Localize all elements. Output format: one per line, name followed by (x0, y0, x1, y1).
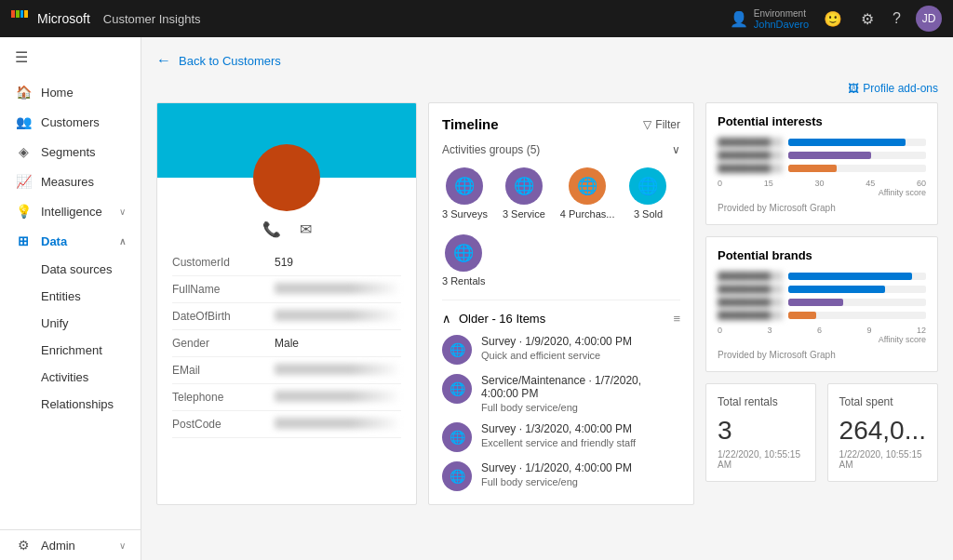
sidebar-item-intelligence[interactable]: 💡 Intelligence ∨ (0, 196, 141, 226)
sidebar-label-home: Home (41, 86, 74, 100)
surveys-icon: 🌐 (446, 167, 483, 205)
activity-surveys[interactable]: 🌐 3 Surveys (442, 167, 488, 220)
total-spent-card: Total spent 264,0... 1/22/2020, 10:55:15… (827, 383, 938, 482)
help-icon[interactable]: ? (889, 7, 905, 31)
postcode-value (275, 418, 401, 429)
sidebar-item-entities[interactable]: Entities (41, 283, 141, 310)
interests-provided-by: Provided by Microsoft Graph (718, 203, 926, 213)
field-telephone: Telephone (172, 384, 401, 411)
interest-bar-track-0 (788, 139, 926, 146)
brand-bar-2: ████████ (718, 298, 926, 307)
measures-icon: 📈 (15, 174, 32, 189)
app-title: Customer Insights (103, 12, 201, 26)
interests-title: Potential interests (718, 114, 926, 128)
sidebar-item-enrichment[interactable]: Enrichment (41, 337, 141, 364)
settings-icon[interactable]: ⚙ (857, 7, 878, 32)
timeline-header: Timeline ▽ Filter (442, 116, 680, 132)
env-user: JohnDavero (754, 19, 809, 30)
activity-purchases[interactable]: 🌐 4 Purchas... (560, 167, 615, 220)
field-dob: DateOfBirth (172, 303, 401, 330)
admin-icon: ⚙ (15, 538, 32, 553)
filter-label: Filter (655, 118, 680, 131)
surveys-label: 3 Surveys (442, 208, 488, 220)
brand-bar-fill-1 (788, 286, 885, 293)
expand-icon[interactable]: ∨ (672, 143, 680, 156)
main-content: ← Back to Customers 🖼 Profile add-ons 📞 … (141, 37, 953, 560)
tl-title-1: Service/Maintenance · 1/7/2020, 4:00:00 … (481, 374, 680, 400)
tl-content-2: Survey · 1/3/2020, 4:00:00 PM Excellent … (481, 422, 680, 448)
sidebar-bottom: ⚙ Admin ∨ (0, 529, 141, 560)
tl-desc-0: Quick and efficient service (481, 350, 680, 361)
sidebar-item-activities[interactable]: Activities (41, 364, 141, 391)
filter-button[interactable]: ▽ Filter (643, 118, 680, 131)
purchases-icon: 🌐 (569, 167, 606, 205)
telephone-label: Telephone (172, 391, 275, 404)
tl-title-0: Survey · 1/9/2020, 4:00:00 PM (481, 335, 680, 348)
older-collapse-icon[interactable]: ∧ (442, 312, 451, 326)
data-icon: ⊞ (15, 233, 32, 248)
older-menu-icon[interactable]: ≡ (673, 312, 680, 326)
activity-service[interactable]: 🌐 3 Service (503, 167, 545, 220)
tl-icon-0: 🌐 (442, 335, 472, 365)
profile-icon[interactable]: JD (916, 6, 942, 32)
back-navigation[interactable]: ← Back to Customers (156, 52, 938, 69)
metrics-row: Total rentals 3 1/22/2020, 10:55:15 AM T… (705, 383, 938, 482)
brand-bar-1: ████████ (718, 285, 926, 294)
timeline-item-1: 🌐 Service/Maintenance · 1/7/2020, 4:00:0… (442, 374, 680, 413)
filter-icon: ▽ (643, 118, 651, 131)
dob-label: DateOfBirth (172, 310, 275, 323)
admin-chevron-icon: ∨ (119, 540, 126, 551)
tl-content-1: Service/Maintenance · 1/7/2020, 4:00:00 … (481, 374, 680, 413)
brand-bar-label-0: ████████ (718, 272, 783, 281)
total-spent-value: 264,0... (839, 416, 926, 446)
activity-rentals[interactable]: 🌐 3 Rentals (442, 234, 485, 287)
activities-label: Activities groups (5) (442, 143, 540, 156)
right-panel: Potential interests ████████ ████████ (705, 102, 938, 505)
segments-icon: ◈ (15, 144, 32, 159)
email-icon[interactable]: ✉ (300, 220, 312, 238)
sidebar-item-customers[interactable]: 👥 Customers (0, 107, 141, 137)
sidebar-label-segments: Segments (41, 145, 96, 159)
potential-interests-card: Potential interests ████████ ████████ (705, 102, 938, 225)
field-email: EMail (172, 357, 401, 384)
interest-bar-2: ████████ (718, 164, 926, 173)
profile-addons-area: 🖼 Profile add-ons (156, 82, 938, 95)
sidebar-item-data-sources[interactable]: Data sources (41, 256, 141, 283)
back-arrow-icon: ← (156, 52, 171, 69)
sidebar-item-home[interactable]: 🏠 Home (0, 77, 141, 107)
fullname-label: FullName (172, 283, 275, 296)
tl-content-3: Survey · 1/1/2020, 4:00:00 PM Full body … (481, 461, 680, 487)
sidebar-item-unify[interactable]: Unify (41, 310, 141, 337)
sidebar-item-measures[interactable]: 📈 Measures (0, 167, 141, 196)
customers-icon: 👥 (15, 114, 32, 129)
postcode-label: PostCode (172, 418, 275, 431)
microsoft-label: Microsoft (37, 11, 90, 26)
brand-bar-fill-2 (788, 299, 843, 306)
tl-title-3: Survey · 1/1/2020, 4:00:00 PM (481, 461, 680, 474)
phone-icon[interactable]: 📞 (262, 220, 281, 238)
profile-addons-link[interactable]: 🖼 Profile add-ons (848, 82, 938, 95)
interest-bar-label-0: ████████ (718, 138, 783, 147)
older-title: Older - 16 Items (459, 312, 545, 326)
brand-bar-label-1: ████████ (718, 285, 783, 294)
timeline-item-2: 🌐 Survey · 1/3/2020, 4:00:00 PM Excellen… (442, 422, 680, 452)
activity-sold[interactable]: 🌐 3 Sold (629, 167, 666, 220)
hamburger-icon[interactable]: ☰ (0, 37, 141, 77)
brands-chart: ████████ ████████ ████████ (718, 272, 926, 320)
brand-bar-fill-3 (788, 312, 816, 319)
brand-bar-fill-0 (788, 273, 912, 280)
field-postcode: PostCode (172, 411, 401, 438)
sidebar-item-admin[interactable]: ⚙ Admin ∨ (0, 530, 141, 560)
sidebar-item-data[interactable]: ⊞ Data ∧ (0, 226, 141, 256)
smiley-icon[interactable]: 🙂 (820, 7, 846, 32)
sidebar-item-relationships[interactable]: Relationships (41, 391, 141, 418)
customerid-label: CustomerId (172, 256, 275, 269)
sidebar-item-segments[interactable]: ◈ Segments (0, 137, 141, 167)
rentals-icon: 🌐 (445, 234, 482, 272)
rentals-label: 3 Rentals (442, 275, 485, 287)
logo-area: Microsoft Customer Insights (11, 10, 201, 27)
purchases-label: 4 Purchas... (560, 208, 615, 220)
interests-axis: 015304560 (718, 179, 926, 188)
data-submenu: Data sources Entities Unify Enrichment A… (0, 256, 141, 418)
brand-bar-label-3: ████████ (718, 311, 783, 320)
